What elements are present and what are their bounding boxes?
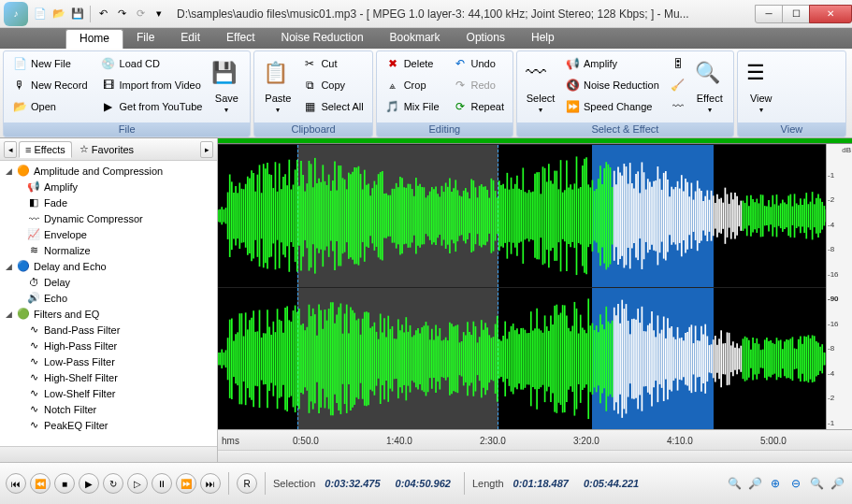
copy-button[interactable]: ⧉Copy [297,75,368,95]
tab-edit[interactable]: Edit [167,28,213,49]
noise-reduction-button[interactable]: 🔇Noise Reduction [560,75,664,95]
sidebar-hscroll[interactable] [0,446,217,462]
selection-start-time[interactable]: 0:03:32.475 [319,478,385,489]
paste-button[interactable]: 📋Paste▾ [258,53,297,121]
amplify-button[interactable]: 📢Amplify [560,53,664,74]
db-tick: -1 [828,419,851,427]
tree-item-notch[interactable]: ∿Notch Filter [0,401,217,417]
db-label: dB [828,146,851,154]
collapse-icon[interactable]: ◢ [4,262,13,271]
save-label: Save [215,93,238,104]
zoom-in-button[interactable]: 🔍 [725,474,744,493]
cut-button[interactable]: ✂Cut [297,53,368,74]
qat-open-icon[interactable]: 📂 [51,6,67,22]
qat-save-icon[interactable]: 💾 [69,6,86,22]
effect-button[interactable]: 🔍Effect▾ [690,53,729,121]
tab-noise-reduction[interactable]: Noise Reduction [268,28,377,49]
fx-extra-3[interactable]: 〰 [666,96,690,117]
play-sel-button[interactable]: ▷ [127,473,148,494]
collapse-icon[interactable]: ◢ [4,166,13,176]
sidebar-nav-prev[interactable]: ◂ [4,141,17,158]
sidebar-tab-effects[interactable]: ≡Effects [19,141,72,158]
mix-file-button[interactable]: 🎵Mix File [381,96,444,117]
wave-track-right[interactable] [218,287,852,430]
delete-button[interactable]: ✖Delete [381,53,444,74]
play-button[interactable]: ▶ [79,473,99,494]
tab-help[interactable]: Help [518,28,568,49]
crop-button[interactable]: ⟁Crop [381,75,444,95]
tree-item-band-pass[interactable]: ∿Band-Pass Filter [0,322,217,338]
tree-group-delay-echo[interactable]: ◢🔵Delay and Echo [0,258,217,274]
qat-undo-icon[interactable]: ↶ [94,6,111,22]
tree-item-delay[interactable]: ⏱Delay [0,274,217,290]
new-file-button[interactable]: 📄New File [7,53,93,74]
tree-item-dynamic-compressor[interactable]: 〰Dynamic Compressor [0,210,217,226]
effects-tree[interactable]: ◢🟠Amplitude and Compression 📢Amplify ◧Fa… [0,161,217,446]
app-orb-button[interactable]: ♪ [4,2,28,26]
minimize-button[interactable]: ─ [755,5,783,23]
open-button[interactable]: 📂Open [7,96,93,117]
fx-extra-2[interactable]: 🧹 [666,75,690,95]
tab-bookmark[interactable]: Bookmark [377,28,454,49]
tree-item-high-pass[interactable]: ∿High-Pass Filter [0,338,217,353]
tree-item-envelope[interactable]: 📈Envelope [0,226,217,242]
tab-file[interactable]: File [123,28,167,49]
zoom-fit-button[interactable]: ⊖ [787,474,805,493]
view-button[interactable]: ☰View▾ [742,53,781,121]
close-button[interactable]: ✕ [809,5,852,23]
qat-dropdown-icon[interactable]: ▾ [151,6,167,22]
repeat-button[interactable]: ⟳Repeat [448,96,509,117]
sidebar-tab-favorites[interactable]: ☆Favorites [74,141,139,157]
redo-button[interactable]: ↷Redo [448,75,509,95]
tree-item-normalize[interactable]: ≋Normalize [0,242,217,258]
time-ruler[interactable]: hms 0:50.0 1:40.0 2:30.0 3:20.0 4:10.0 5… [218,429,852,450]
select-all-button[interactable]: ▦Select All [297,96,368,117]
tab-home[interactable]: Home [65,29,123,49]
play-loop-button[interactable]: ↻ [103,473,123,494]
tree-item-low-shelf[interactable]: ∿Low-Shelf Filter [0,385,217,401]
hscroll-strip[interactable] [218,450,852,462]
tree-item-fade[interactable]: ◧Fade [0,194,217,210]
selection-length-time[interactable]: 0:01:18.487 [508,478,574,489]
zoom-sel-button[interactable]: ⊕ [766,474,785,493]
record-button[interactable]: R [237,473,257,494]
qat-new-icon[interactable]: 📄 [32,6,49,22]
sidebar-nav-next[interactable]: ▸ [200,141,213,158]
stop-button[interactable]: ■ [54,473,75,494]
selection-end-time[interactable]: 0:04:50.962 [390,478,456,489]
fx-extra-1[interactable]: 🎛 [666,53,690,74]
zoom-v-in-button[interactable]: 🔍 [807,474,826,493]
select-button[interactable]: 〰Select▾ [521,53,560,121]
speed-change-button[interactable]: ⏩Speed Change [560,96,664,117]
qat-redo-icon[interactable]: ↷ [113,6,130,22]
zoom-v-out-button[interactable]: 🔎 [828,474,846,493]
rewind-button[interactable]: ⏪ [30,473,51,494]
get-youtube-button[interactable]: ▶Get from YouTube [96,96,208,117]
qat-refresh-icon[interactable]: ⟳ [132,6,149,22]
tree-group-filters-eq[interactable]: ◢🟢Filters and EQ [0,306,217,322]
tree-item-low-pass[interactable]: ∿Low-Pass Filter [0,353,217,369]
tab-options[interactable]: Options [454,28,518,49]
load-cd-button[interactable]: 💿Load CD [96,53,208,74]
tree-item-high-shelf[interactable]: ∿High-Shelf Filter [0,369,217,385]
save-button[interactable]: 💾Save▾ [207,53,246,121]
tree-item-amplify[interactable]: 📢Amplify [0,179,217,194]
collapse-icon[interactable]: ◢ [4,310,13,319]
go-end-button[interactable]: ⏭ [200,473,221,494]
waveform-canvas[interactable] [218,144,852,429]
undo-button[interactable]: ↶Undo [448,53,509,74]
tree-item-echo[interactable]: 🔊Echo [0,290,217,306]
zoom-out-button[interactable]: 🔎 [745,474,764,493]
maximize-button[interactable]: ☐ [782,5,810,23]
tab-effect[interactable]: Effect [213,28,267,49]
import-video-button[interactable]: 🎞Import from Video [96,75,208,95]
tree-group-amplitude[interactable]: ◢🟠Amplitude and Compression [0,163,217,179]
forward-button[interactable]: ⏩ [176,473,196,494]
get-youtube-label: Get from YouTube [120,101,203,112]
pause-button[interactable]: ⏸ [152,473,172,494]
wave-track-left[interactable] [218,144,852,287]
total-length-time[interactable]: 0:05:44.221 [578,478,644,489]
new-record-button[interactable]: 🎙New Record [7,75,93,95]
go-start-button[interactable]: ⏮ [6,473,26,494]
tree-item-peakeq[interactable]: ∿PeakEQ Filter [0,417,217,433]
